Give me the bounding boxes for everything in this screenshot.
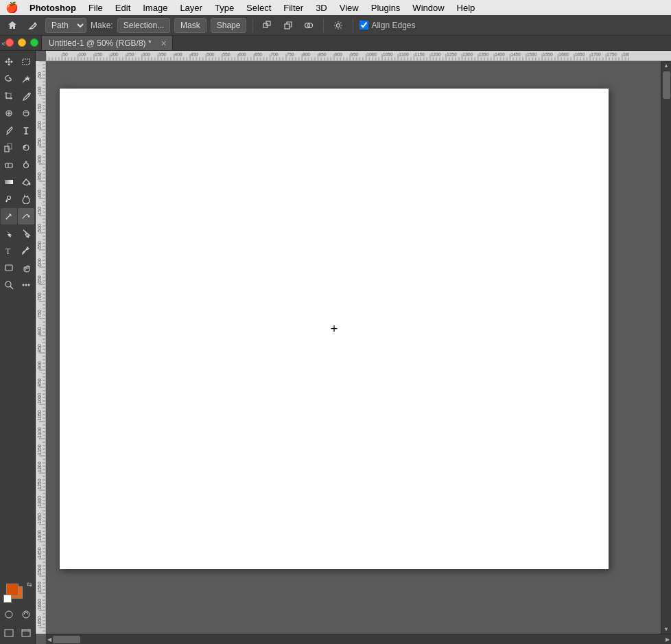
path-selection2-tool[interactable]	[18, 242, 34, 259]
hand-tool[interactable]	[18, 260, 34, 276]
svg-point-22	[8, 196, 11, 200]
path-ops-icon[interactable]	[259, 17, 276, 34]
tool-row-12: T	[1, 242, 35, 259]
scroll-down-icon[interactable]: ▼	[663, 626, 669, 632]
maximize-button[interactable]	[30, 38, 38, 47]
tab-close-icon[interactable]: ×	[161, 38, 166, 49]
menu-type[interactable]: Type	[209, 1, 239, 14]
color-swatch-area: ⇆	[1, 581, 35, 603]
move-tool[interactable]	[1, 54, 17, 70]
tool-row-1	[1, 54, 35, 70]
menu-select[interactable]: Select	[241, 1, 276, 14]
mask-button[interactable]: Mask	[174, 18, 207, 33]
canvas-container[interactable]: +	[46, 61, 661, 634]
paint-bucket-tool[interactable]	[18, 174, 34, 190]
pen-tool[interactable]	[1, 208, 17, 225]
make-label: Make:	[91, 21, 113, 30]
horizontal-scrollbar[interactable]: ◀ ▶	[46, 634, 671, 644]
shape-button[interactable]: Shape	[211, 18, 247, 33]
tool-row-11	[1, 225, 35, 242]
tool-row-14	[1, 277, 35, 293]
scroll-up-icon[interactable]: ▲	[663, 62, 669, 69]
lasso-tool[interactable]	[1, 71, 17, 87]
eyedropper-tool[interactable]	[18, 88, 34, 104]
tool-row-mask	[1, 606, 35, 623]
zoom-tool[interactable]	[1, 277, 17, 293]
more-tools-icon[interactable]	[18, 277, 34, 293]
align-edges-checkbox[interactable]	[360, 21, 368, 30]
shape-tool2[interactable]	[1, 260, 17, 276]
selection-button[interactable]: Selection...	[117, 18, 170, 33]
menu-window[interactable]: Window	[407, 1, 449, 14]
svg-line-29	[10, 286, 13, 289]
history-brush-tool[interactable]	[18, 139, 34, 156]
bg-eraser-tool[interactable]	[18, 157, 34, 173]
home-icon[interactable]	[4, 17, 21, 34]
divider-2	[323, 19, 324, 32]
close-button[interactable]	[5, 38, 14, 47]
path-type-dropdown[interactable]: Path	[45, 18, 86, 33]
left-ruler	[36, 61, 46, 634]
svg-point-0	[34, 22, 36, 24]
type-tool[interactable]	[18, 122, 34, 139]
apple-menu[interactable]: 🍎	[5, 1, 19, 14]
swap-colors-icon[interactable]: ⇆	[27, 581, 32, 588]
svg-point-23	[6, 218, 8, 220]
vertical-scrollbar[interactable]: ▲ ▼	[661, 61, 671, 634]
brush-tool[interactable]	[1, 122, 17, 139]
svg-rect-17	[5, 163, 12, 168]
quick-mask-icon[interactable]	[18, 606, 34, 623]
minimize-button[interactable]	[18, 38, 26, 47]
direct-select-tool[interactable]	[18, 225, 34, 242]
document-canvas: +	[60, 89, 609, 569]
menu-view[interactable]: View	[334, 1, 364, 14]
scroll-thumb-v[interactable]	[663, 71, 670, 99]
type-horizontal-tool[interactable]: T	[1, 242, 17, 259]
scroll-left-icon[interactable]: ◀	[47, 636, 51, 643]
options-bar: Path Make: Selection... Mask Shape Align…	[0, 15, 671, 36]
svg-rect-27	[5, 265, 12, 271]
path-combine-icon[interactable]	[301, 17, 317, 34]
tool-row-8	[1, 174, 35, 190]
path-select-tool[interactable]	[1, 225, 17, 242]
svg-rect-3	[285, 24, 290, 29]
menu-file[interactable]: File	[83, 1, 108, 14]
dodge-tool[interactable]	[1, 191, 17, 207]
cursor-crosshair: +	[331, 323, 338, 335]
menu-3d[interactable]: 3D	[310, 1, 333, 14]
menu-image[interactable]: Image	[137, 1, 173, 14]
tool-row-9	[1, 191, 35, 207]
path-arrange-icon[interactable]	[280, 17, 296, 34]
eraser-tool[interactable]	[1, 157, 17, 173]
pen-freeform-tool[interactable]	[18, 208, 34, 225]
default-colors-icon[interactable]	[3, 595, 12, 603]
spot-tool[interactable]	[18, 105, 34, 122]
heal-tool[interactable]	[1, 105, 17, 122]
svg-point-6	[337, 23, 340, 27]
tool-row-4	[1, 105, 35, 122]
svg-marker-9	[25, 76, 30, 81]
menu-filter[interactable]: Filter	[278, 1, 309, 14]
menu-plugins[interactable]: Plugins	[366, 1, 406, 14]
crop-tool[interactable]	[1, 88, 17, 104]
standard-mode-icon[interactable]	[1, 606, 17, 623]
svg-rect-7	[23, 59, 30, 65]
menu-layer[interactable]: Layer	[174, 1, 208, 14]
menu-help[interactable]: Help	[451, 1, 481, 14]
document-tab[interactable]: Untitled-1 @ 50% (RGB/8) * ×	[41, 35, 173, 50]
marquee-tool[interactable]	[18, 54, 34, 70]
scroll-thumb-h[interactable]	[53, 636, 80, 643]
gear-icon[interactable]	[330, 17, 346, 34]
app-name[interactable]: Photoshop	[24, 1, 82, 14]
pen-options-icon[interactable]	[25, 17, 41, 34]
menu-edit[interactable]: Edit	[110, 1, 136, 14]
burn-tool[interactable]	[18, 191, 34, 207]
scroll-right-icon[interactable]: ▶	[666, 636, 670, 643]
gradient-tool[interactable]	[1, 174, 17, 190]
magic-wand-tool[interactable]	[18, 71, 34, 87]
svg-point-26	[27, 249, 28, 250]
svg-point-19	[24, 163, 29, 168]
clone-tool[interactable]	[1, 139, 17, 156]
full-screen-icon[interactable]	[18, 625, 34, 641]
screen-mode-icon[interactable]	[1, 625, 17, 641]
